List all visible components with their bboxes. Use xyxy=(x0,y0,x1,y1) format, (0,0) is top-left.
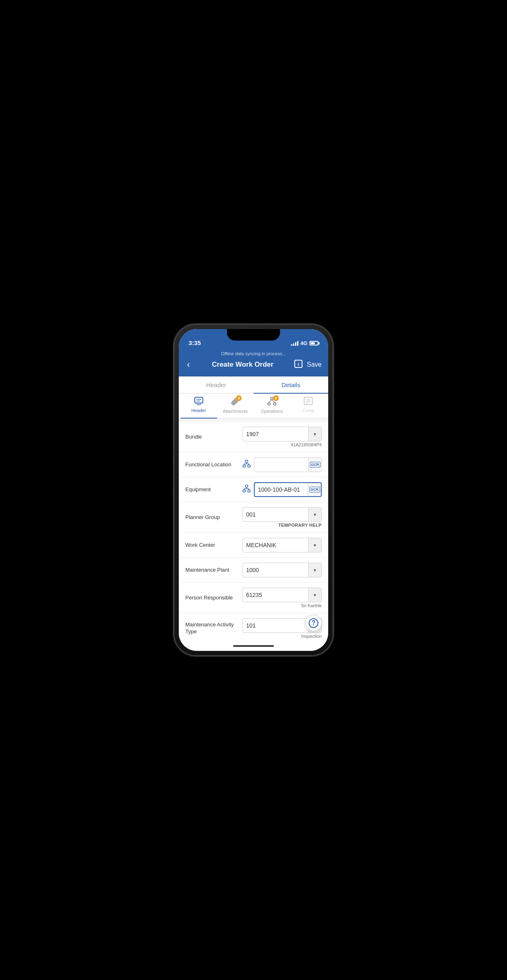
svg-point-7 xyxy=(274,403,276,405)
app-header: Offline data syncing in process... ‹ Cre… xyxy=(179,350,328,376)
maintenance-plant-input[interactable]: 1000 ▼ xyxy=(242,563,322,577)
help-icon: ? xyxy=(309,618,318,628)
icon-tab-comp[interactable]: Comp xyxy=(290,394,327,418)
label-bundle: Bundle xyxy=(185,434,242,441)
hierarchy-icon-eq[interactable] xyxy=(242,485,251,495)
label-functional-location: Functional Location xyxy=(185,461,242,468)
svg-rect-10 xyxy=(304,397,312,405)
work-center-dropdown-arrow[interactable]: ▼ xyxy=(308,538,321,552)
planner-group-subtitle: TEMPORARY HELP xyxy=(242,523,322,528)
ocr-label-fl: OCR xyxy=(310,462,320,468)
planner-group-input[interactable]: 001 ▼ xyxy=(242,507,322,522)
person-responsible-value[interactable]: 61235 xyxy=(243,592,308,598)
form-row-planner-group: Planner Group 001 ▼ TEMPORARY HELP xyxy=(179,502,328,533)
icon-tab-header[interactable]: Header xyxy=(180,394,217,418)
save-button[interactable]: Save xyxy=(307,361,322,368)
equipment-value[interactable]: 1000-100-AB-01 xyxy=(255,486,308,493)
operations-icon: 0 xyxy=(267,397,276,408)
notch xyxy=(227,329,280,341)
icon-tabs: Header 0 Attachments 0 xyxy=(179,394,328,419)
svg-point-5 xyxy=(271,397,273,400)
form-row-bundle: Bundle 1907 ▼ 41A2165084P4 xyxy=(179,422,328,452)
svg-text:i: i xyxy=(298,361,299,366)
status-time: 3:35 xyxy=(189,339,201,346)
form-row-maintenance-activity-type: Maintenance Activity Type 101 ▼ Inspecti… xyxy=(179,613,328,641)
form-row-maintenance-plant: Maintenance Plant 1000 ▼ xyxy=(179,558,328,583)
help-button[interactable]: ? xyxy=(305,615,322,631)
svg-rect-16 xyxy=(248,465,250,467)
svg-rect-23 xyxy=(248,490,250,492)
tab-details[interactable]: Details xyxy=(254,376,328,393)
network-type: 4G xyxy=(300,340,307,346)
form-section: Bundle 1907 ▼ 41A2165084P4 Functional Lo… xyxy=(179,419,328,641)
hierarchy-icon-fl[interactable] xyxy=(242,460,251,470)
form-row-functional-location: Functional Location xyxy=(179,452,328,477)
maintenance-plant-dropdown-arrow[interactable]: ▼ xyxy=(308,563,321,577)
svg-rect-15 xyxy=(243,465,245,467)
planner-group-dropdown-arrow[interactable]: ▼ xyxy=(308,508,321,521)
label-maintenance-activity-type: Maintenance Activity Type xyxy=(185,621,242,635)
person-responsible-dropdown-arrow[interactable]: ▼ xyxy=(308,588,321,602)
field-equipment: 1000-100-AB-01 OCR xyxy=(254,482,322,497)
attachment-icon: 0 xyxy=(231,397,239,408)
sync-notice: Offline data syncing in process... xyxy=(185,351,322,356)
phone-screen: 3:35 4G Offline data syncing in process.… xyxy=(179,329,328,651)
svg-line-8 xyxy=(269,400,272,403)
field-person-responsible: 61235 ▼ Sri Karthik xyxy=(242,588,322,608)
maintenance-plant-value[interactable]: 1000 xyxy=(243,567,308,573)
bundle-subtitle: 41A2165084P4 xyxy=(242,442,322,447)
planner-group-value[interactable]: 001 xyxy=(243,511,308,518)
header-actions: i Save xyxy=(294,359,322,370)
bundle-value[interactable]: 1907 xyxy=(243,431,308,437)
form-row-equipment: Equipment xyxy=(179,477,328,502)
form-content: Bundle 1907 ▼ 41A2165084P4 Functional Lo… xyxy=(179,419,328,641)
label-maintenance-plant: Maintenance Plant xyxy=(185,567,242,574)
phone-frame: 3:35 4G Offline data syncing in process.… xyxy=(174,324,333,656)
maintenance-activity-type-subtitle: Inspection xyxy=(242,634,322,639)
comp-icon xyxy=(304,397,313,407)
work-center-input[interactable]: MECHANIK ▼ xyxy=(242,538,322,552)
field-maintenance-plant: 1000 ▼ xyxy=(242,563,322,577)
person-responsible-input[interactable]: 61235 ▼ xyxy=(242,588,322,602)
tab-header[interactable]: Header xyxy=(179,376,254,393)
bundle-dropdown-arrow[interactable]: ▼ xyxy=(308,427,321,441)
label-work-center: Work Center xyxy=(185,542,242,549)
equipment-ocr[interactable]: OCR xyxy=(308,483,321,496)
status-bar: 3:35 4G xyxy=(179,329,328,350)
svg-rect-21 xyxy=(245,485,248,487)
maintenance-activity-type-value[interactable]: 101 xyxy=(243,622,308,629)
label-equipment: Equipment xyxy=(185,486,242,493)
battery-icon xyxy=(309,341,318,345)
back-button[interactable]: ‹ xyxy=(185,358,191,372)
label-planner-group: Planner Group xyxy=(185,514,242,521)
operations-badge: 0 xyxy=(273,395,279,401)
signal-icon xyxy=(291,341,298,346)
home-bar xyxy=(233,645,274,647)
icon-tab-operations[interactable]: 0 Operations xyxy=(254,394,290,418)
page-title: Create Work Order xyxy=(212,361,274,369)
form-row-person-responsible: Person Responsible 61235 ▼ Sri Karthik xyxy=(179,583,328,613)
equipment-input[interactable]: 1000-100-AB-01 OCR xyxy=(254,482,322,497)
info-button[interactable]: i xyxy=(294,359,303,370)
ocr-label-eq: OCR xyxy=(309,487,320,492)
top-tabs: Header Details xyxy=(179,376,328,394)
person-responsible-subtitle: Sri Karthik xyxy=(242,603,322,608)
svg-point-6 xyxy=(268,403,270,405)
bundle-input[interactable]: 1907 ▼ xyxy=(242,427,322,441)
label-person-responsible: Person Responsible xyxy=(185,595,242,601)
functional-location-ocr[interactable]: OCR xyxy=(308,458,321,472)
status-icons: 4G xyxy=(291,340,318,346)
field-work-center: MECHANIK ▼ xyxy=(242,538,322,552)
chat-icon xyxy=(194,397,203,407)
svg-rect-2 xyxy=(195,397,203,403)
svg-rect-14 xyxy=(245,460,248,462)
functional-location-input[interactable]: OCR xyxy=(254,457,322,472)
work-center-value[interactable]: MECHANIK xyxy=(243,542,308,548)
form-row-work-center: Work Center MECHANIK ▼ xyxy=(179,533,328,558)
attachments-badge: 0 xyxy=(236,395,242,401)
home-indicator xyxy=(179,641,328,651)
field-planner-group: 001 ▼ TEMPORARY HELP xyxy=(242,507,322,528)
field-functional-location: OCR xyxy=(254,457,322,472)
icon-tab-attachments[interactable]: 0 Attachments xyxy=(217,394,254,418)
field-bundle: 1907 ▼ 41A2165084P4 xyxy=(242,427,322,447)
